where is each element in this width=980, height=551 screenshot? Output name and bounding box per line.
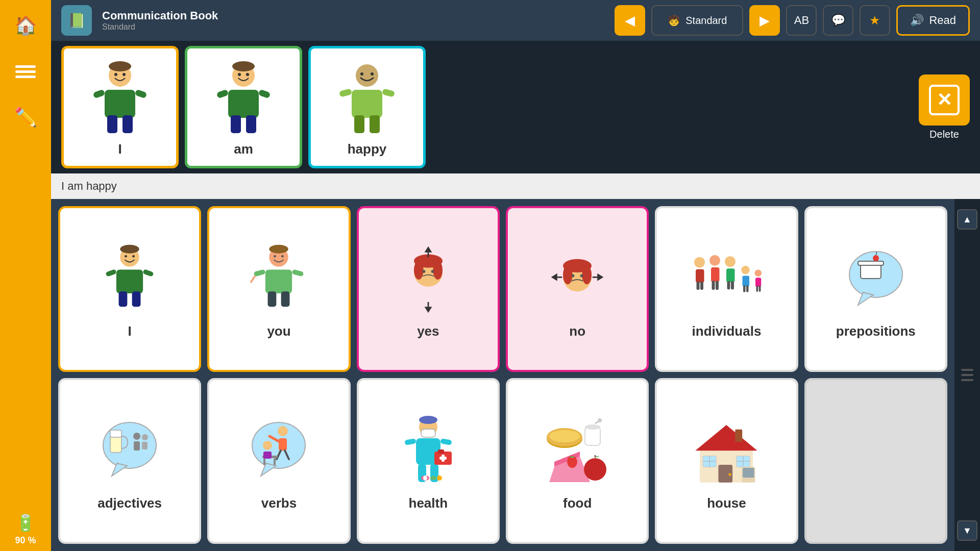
chat-button[interactable]: 💬 <box>823 5 853 36</box>
favorites-button[interactable]: ★ <box>860 5 890 36</box>
svg-rect-110 <box>263 452 272 459</box>
card-no-image <box>513 239 642 320</box>
svg-rect-76 <box>731 281 734 290</box>
svg-point-18 <box>356 64 378 87</box>
scroll-indicator <box>961 369 973 381</box>
card-prepositions[interactable]: prepositions <box>804 206 947 372</box>
svg-point-109 <box>263 441 272 450</box>
menu-button[interactable] <box>5 51 46 92</box>
ab-button[interactable]: AB <box>786 5 817 36</box>
svg-point-48 <box>433 261 443 280</box>
svg-rect-78 <box>743 276 750 287</box>
card-verbs[interactable]: verbs <box>207 378 350 544</box>
svg-rect-116 <box>440 438 452 445</box>
svg-rect-141 <box>736 430 743 442</box>
sidebar: 🏠 ✏️ 🔋 90 % <box>0 0 51 551</box>
scroll-line-1 <box>961 369 973 371</box>
svg-rect-93 <box>110 435 121 453</box>
svg-point-126 <box>437 475 442 481</box>
scroll-down-button[interactable]: ▼ <box>957 520 977 541</box>
svg-rect-3 <box>107 115 117 133</box>
svg-rect-75 <box>727 281 730 290</box>
sentence-card-I-label: I <box>118 141 121 157</box>
sentence-card-am[interactable]: am <box>185 46 302 168</box>
standard-mode-button[interactable]: 🧒 Standard <box>651 5 743 36</box>
svg-rect-102 <box>279 438 287 450</box>
svg-point-49 <box>423 270 426 273</box>
svg-rect-30 <box>132 291 141 307</box>
svg-point-125 <box>430 476 436 480</box>
card-empty <box>804 378 947 544</box>
svg-point-10 <box>232 61 255 71</box>
grid-area: I <box>51 199 980 551</box>
card-you[interactable]: you <box>207 206 350 372</box>
svg-point-101 <box>278 426 288 436</box>
svg-rect-5 <box>93 89 106 98</box>
card-house-image <box>662 411 791 492</box>
sentence-card-I[interactable]: I <box>61 46 179 168</box>
svg-rect-68 <box>700 282 703 290</box>
svg-point-60 <box>580 274 583 278</box>
svg-rect-88 <box>858 261 884 265</box>
card-I[interactable]: I <box>58 206 201 372</box>
svg-marker-92 <box>112 463 127 476</box>
card-food[interactable]: food <box>506 378 649 544</box>
main-content: 📗 Communication Book Standard ◀ 🧒 Standa… <box>51 0 980 551</box>
chevron-down-icon: ▼ <box>963 525 972 536</box>
svg-point-57 <box>563 265 573 284</box>
sentence-card-happy[interactable]: happy <box>308 46 426 168</box>
svg-rect-31 <box>106 269 117 277</box>
nav-prev-button[interactable]: ◀ <box>615 5 645 36</box>
edit-button[interactable]: ✏️ <box>5 97 46 138</box>
svg-point-137 <box>584 458 606 481</box>
svg-point-95 <box>133 433 140 440</box>
svg-rect-115 <box>404 438 416 445</box>
svg-rect-96 <box>134 441 140 450</box>
card-individuals[interactable]: individuals <box>655 206 798 372</box>
svg-point-65 <box>694 257 705 268</box>
svg-rect-72 <box>716 281 719 290</box>
svg-rect-32 <box>142 269 154 277</box>
card-adjectives[interactable]: adjectives <box>58 378 201 544</box>
card-I-label: I <box>128 323 132 339</box>
scroll-up-button[interactable]: ▲ <box>957 209 977 230</box>
home-button[interactable]: 🏠 <box>5 5 46 46</box>
svg-point-47 <box>414 261 424 280</box>
symbol-grid: I <box>51 199 954 551</box>
scrollbar: ▲ ▼ <box>954 199 980 551</box>
battery-percentage: 90 % <box>15 535 36 546</box>
svg-point-42 <box>274 255 277 258</box>
card-no[interactable]: no <box>506 206 649 372</box>
sentence-card-I-image <box>84 58 156 139</box>
header: 📗 Communication Book Standard ◀ 🧒 Standa… <box>51 0 980 41</box>
card-food-image <box>513 411 642 492</box>
svg-point-133 <box>598 418 602 422</box>
svg-point-89 <box>873 255 879 261</box>
nav-next-button[interactable]: ▶ <box>749 5 780 36</box>
svg-marker-86 <box>858 292 873 305</box>
svg-rect-83 <box>756 286 758 292</box>
app-icon: 📗 <box>61 5 92 36</box>
svg-rect-37 <box>265 269 292 293</box>
svg-rect-70 <box>711 267 720 282</box>
card-house[interactable]: house <box>655 378 798 544</box>
chevron-left-icon: ◀ <box>625 13 635 29</box>
read-button[interactable]: 🔊 Read <box>896 5 970 36</box>
sentence-text: I am happy <box>51 173 980 199</box>
svg-rect-151 <box>743 468 755 478</box>
nav-controls: ◀ 🧒 Standard ▶ AB 💬 ★ 🔊 Read <box>615 5 970 36</box>
svg-rect-29 <box>119 291 128 307</box>
card-yes[interactable]: yes <box>357 206 500 372</box>
delete-button[interactable]: ✕ <box>919 74 970 126</box>
card-yes-label: yes <box>417 323 439 339</box>
svg-rect-12 <box>231 115 241 133</box>
svg-point-43 <box>282 255 284 258</box>
svg-rect-14 <box>216 89 229 98</box>
svg-point-59 <box>572 274 575 278</box>
card-health[interactable]: health <box>357 378 500 544</box>
svg-rect-4 <box>122 115 133 133</box>
svg-rect-6 <box>135 89 148 98</box>
home-icon: 🏠 <box>14 15 37 36</box>
svg-rect-22 <box>339 88 352 97</box>
svg-rect-98 <box>142 442 148 449</box>
